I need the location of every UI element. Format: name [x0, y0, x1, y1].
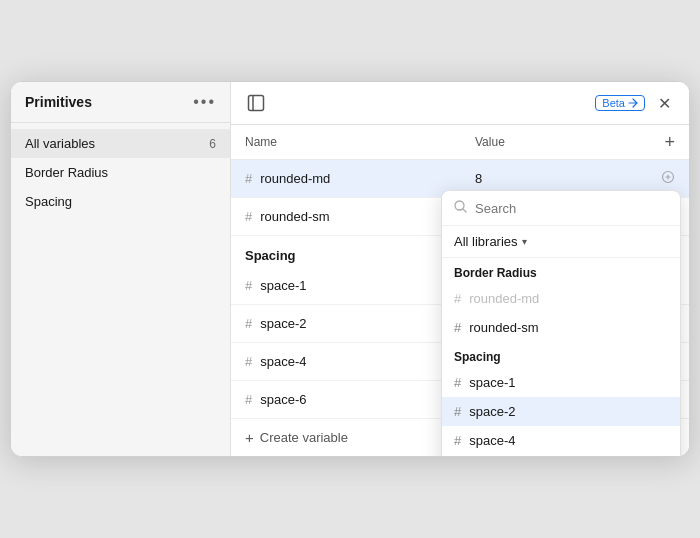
row-value-cell: 8: [475, 170, 675, 187]
variable-name: space-1: [260, 278, 306, 293]
table-header: Name Value +: [231, 125, 689, 160]
col-name-header: Name: [245, 135, 475, 149]
dd-item[interactable]: # space-2: [442, 397, 680, 426]
dd-item-name: space-4: [469, 433, 515, 448]
dd-item[interactable]: # rounded-md: [442, 284, 680, 313]
dd-item-name: space-2: [469, 404, 515, 419]
hash-icon: #: [245, 392, 252, 407]
hash-icon: #: [454, 291, 461, 306]
variable-name: space-4: [260, 354, 306, 369]
hash-icon: #: [245, 316, 252, 331]
svg-line-4: [463, 209, 466, 212]
panel-toggle-button[interactable]: [245, 92, 267, 114]
all-variables-badge: 6: [209, 137, 216, 151]
dd-item-name: rounded-md: [469, 291, 539, 306]
add-variable-button[interactable]: +: [664, 133, 675, 151]
main-header-left: [245, 92, 267, 114]
dd-item-name: space-1: [469, 375, 515, 390]
edit-icon[interactable]: [661, 170, 675, 187]
beta-badge[interactable]: Beta: [595, 95, 645, 111]
dd-spacing-label: Spacing: [442, 342, 680, 368]
sidebar-item-all-variables[interactable]: All variables 6: [11, 129, 230, 158]
hash-icon: #: [245, 278, 252, 293]
sidebar-header: Primitives •••: [11, 82, 230, 123]
hash-icon: #: [454, 375, 461, 390]
dd-item[interactable]: # space-4: [442, 426, 680, 455]
dd-item[interactable]: # space-1: [442, 368, 680, 397]
sidebar-item-spacing[interactable]: Spacing: [11, 187, 230, 216]
dd-border-radius-label: Border Radius: [442, 258, 680, 284]
dd-item[interactable]: # space-6: [442, 455, 680, 457]
sidebar-section: All variables 6 Border Radius Spacing: [11, 123, 230, 222]
variable-name: rounded-md: [260, 171, 330, 186]
sidebar-item-border-radius[interactable]: Border Radius: [11, 158, 230, 187]
close-button[interactable]: ✕: [653, 92, 675, 114]
variable-name: space-6: [260, 392, 306, 407]
dd-item[interactable]: # rounded-sm: [442, 313, 680, 342]
create-variable-label: Create variable: [260, 430, 348, 445]
search-icon: [454, 200, 467, 216]
col-value-header: Value +: [475, 133, 675, 151]
variable-name: rounded-sm: [260, 209, 329, 224]
main-header-right: Beta ✕: [595, 92, 675, 114]
sidebar-item-label: Spacing: [25, 194, 72, 209]
value-picker-dropdown: All libraries ▾ Border Radius # rounded-…: [441, 190, 681, 457]
plus-icon: +: [245, 429, 254, 446]
sidebar-item-label: Border Radius: [25, 165, 108, 180]
hash-icon: #: [245, 354, 252, 369]
row-name-cell: # rounded-md: [245, 171, 475, 186]
sidebar: Primitives ••• All variables 6 Border Ra…: [11, 82, 231, 456]
hash-icon: #: [245, 171, 252, 186]
chevron-down-icon: ▾: [522, 236, 527, 247]
hash-icon: #: [245, 209, 252, 224]
main-window: Primitives ••• All variables 6 Border Ra…: [10, 81, 690, 457]
variable-value: 8: [475, 171, 482, 186]
more-options-button[interactable]: •••: [193, 94, 216, 110]
sidebar-item-label: All variables: [25, 136, 95, 151]
main-header: Beta ✕: [231, 82, 689, 125]
svg-rect-0: [249, 96, 264, 111]
hash-icon: #: [454, 320, 461, 335]
dd-item-name: rounded-sm: [469, 320, 538, 335]
hash-icon: #: [454, 433, 461, 448]
all-libraries-button[interactable]: All libraries ▾: [442, 226, 680, 258]
dropdown-search-row: [442, 191, 680, 226]
variable-name: space-2: [260, 316, 306, 331]
search-input[interactable]: [475, 201, 668, 216]
all-libraries-label: All libraries: [454, 234, 518, 249]
sidebar-title: Primitives: [25, 94, 92, 110]
hash-icon: #: [454, 404, 461, 419]
